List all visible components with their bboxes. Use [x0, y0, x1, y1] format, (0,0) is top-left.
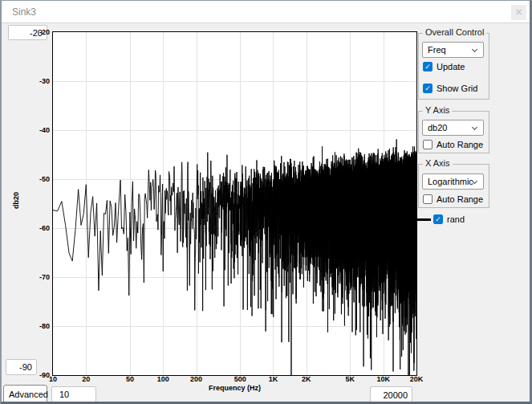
close-button[interactable]: ✕: [511, 5, 526, 20]
x-axis-group-title: X Axis: [423, 158, 453, 168]
x-tick-label: 20K: [410, 375, 424, 383]
show-grid-row: ✓ Show Grid: [423, 83, 477, 93]
y-tick-label: -50: [24, 175, 50, 183]
y-axis-dropdown[interactable]: db20: [422, 120, 484, 136]
check-icon: ✓: [434, 215, 442, 224]
y-tick-label: -80: [24, 322, 50, 330]
x-auto-range-row: ✓ Auto Range: [423, 194, 483, 204]
show-grid-checkbox[interactable]: ✓: [423, 84, 433, 93]
check-icon: ✓: [424, 63, 432, 71]
x-tick-label: 10: [49, 375, 57, 383]
legend-label: rand: [447, 214, 465, 225]
update-row: ✓ Update: [423, 61, 465, 71]
x-max-input[interactable]: [370, 386, 412, 403]
advanced-button[interactable]: Advanced: [3, 385, 47, 403]
chevron-down-icon: [472, 124, 477, 130]
x-tick-label: 500: [234, 375, 246, 383]
x-tick-label: 50: [126, 375, 134, 383]
y-tick-label: -20: [24, 28, 50, 36]
rand-trace-checkbox[interactable]: ✓: [433, 214, 443, 224]
titlebar[interactable]: Sink3 ✕: [2, 1, 530, 23]
x-tick-label: 100: [157, 375, 169, 383]
window-title: Sink3: [12, 1, 36, 23]
y-tick-label: -30: [24, 77, 50, 85]
y-tick-label: -60: [24, 224, 50, 232]
y-tick-label: -40: [24, 126, 50, 134]
legend-row: ✓: [433, 214, 443, 224]
sink3-window: Sink3 ✕ db20 Frequency (Hz) Advanced -20…: [0, 0, 532, 404]
y-tick-label: -70: [24, 273, 50, 281]
y-axis-title: db20: [12, 192, 20, 209]
x-tick-label: 20: [82, 375, 90, 383]
x-tick-label: 1K: [269, 375, 278, 383]
y-axis-group-title: Y Axis: [423, 105, 452, 115]
chevron-down-icon: [472, 47, 477, 52]
overall-control-group: Overall Control Freq ✓ Update ✓ Show Gri…: [418, 33, 489, 100]
overall-control-dropdown[interactable]: Freq: [422, 42, 484, 58]
x-auto-range-checkbox[interactable]: ✓: [423, 194, 433, 204]
y-auto-range-checkbox[interactable]: ✓: [423, 140, 433, 149]
y-axis-group: Y Axis db20 ✓ Auto Range: [418, 111, 489, 153]
close-icon: ✕: [515, 7, 522, 17]
overall-control-title: Overall Control: [423, 27, 486, 37]
check-icon: ✓: [424, 84, 432, 93]
x-min-input[interactable]: [51, 386, 96, 402]
x-tick-label: 200: [190, 375, 202, 383]
x-tick-label: 5K: [346, 375, 355, 383]
x-axis-title: Frequency (Hz): [52, 384, 417, 392]
y-tick-label: -90: [24, 371, 50, 379]
update-checkbox[interactable]: ✓: [423, 62, 433, 71]
x-tick-label: 10K: [376, 375, 390, 383]
y-auto-range-row: ✓ Auto Range: [423, 139, 483, 149]
x-tick-label: 2K: [302, 375, 311, 383]
x-axis-group: X Axis Logarithmic ✓ Auto Range: [418, 164, 489, 208]
x-axis-dropdown[interactable]: Logarithmic: [422, 173, 484, 190]
spectrum-canvas[interactable]: [53, 32, 416, 375]
legend-line-swatch: [412, 218, 431, 221]
plot-area[interactable]: [52, 31, 417, 376]
